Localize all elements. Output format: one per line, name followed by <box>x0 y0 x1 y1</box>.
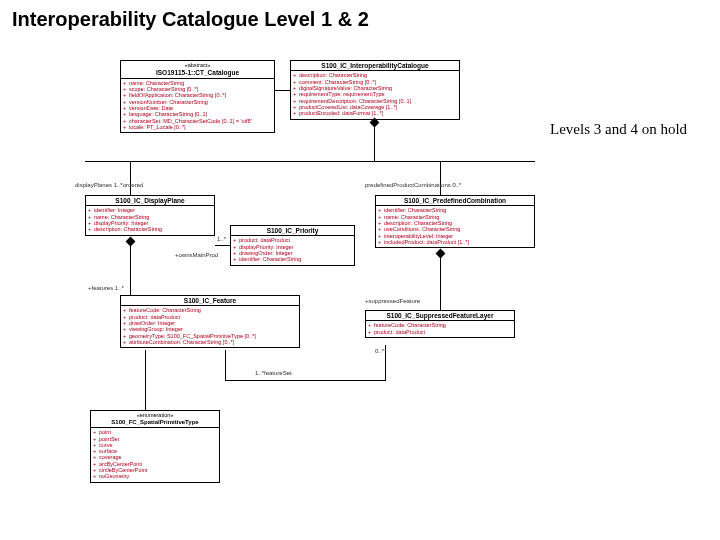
stereotype: «abstract» <box>121 61 274 68</box>
connector <box>385 345 386 381</box>
enum-list: point pointSet curve surface coverage ar… <box>91 428 219 482</box>
class-display-plane: S100_IC_DisplayPlane identifier: Integer… <box>85 195 215 236</box>
attr-list: product: dataProduct displayPriority: In… <box>231 236 354 264</box>
class-title: ISO19115-1::CT_Catalogue <box>121 68 274 78</box>
label-predefined: predefinedProductCombinations 0..* <box>365 182 461 188</box>
label-features: +features 1..* <box>88 285 124 291</box>
attr-list: featureCode: CharacterString product: da… <box>366 321 514 337</box>
class-title: S100_FC_SpatialPrimitiveType <box>91 418 219 428</box>
attr-list: featureCode: CharacterString product: da… <box>121 306 299 347</box>
label-featureset: 1..*featureSet <box>255 370 292 376</box>
connector <box>225 350 226 380</box>
page-title: Interoperability Catalogue Level 1 & 2 <box>12 8 708 31</box>
attr-list: description: CharacterString comment: Ch… <box>291 71 459 118</box>
connector <box>215 245 230 246</box>
class-title: S100_IC_InteroperabilityCatalogue <box>291 61 459 71</box>
class-title: S100_IC_Feature <box>121 296 299 306</box>
connector <box>275 90 290 91</box>
connector <box>440 257 441 310</box>
label-owns: +ownsMainProd <box>175 252 218 258</box>
attr-list: identifier: CharacterString name: Charac… <box>376 206 534 247</box>
stereotype: «enumeration» <box>91 411 219 418</box>
label-suppressed: +suppressedFeature <box>365 298 420 304</box>
connector <box>130 245 131 295</box>
class-enum: «enumeration» S100_FC_SpatialPrimitiveTy… <box>90 410 220 483</box>
connector <box>225 380 385 381</box>
label-zerostar: 0..* <box>375 348 384 354</box>
class-ct-catalogue: «abstract» ISO19115-1::CT_Catalogue name… <box>120 60 275 133</box>
connector <box>130 161 131 195</box>
class-feature: S100_IC_Feature featureCode: CharacterSt… <box>120 295 300 348</box>
class-ic: S100_IC_InteroperabilityCatalogue descri… <box>290 60 460 120</box>
connector <box>374 126 375 161</box>
attr-list: name: CharacterString scope: CharacterSt… <box>121 79 274 133</box>
label-onestar: 1..* <box>217 236 226 242</box>
class-suppressed: S100_IC_SuppressedFeatureLayer featureCo… <box>365 310 515 338</box>
class-title: S100_IC_Priority <box>231 226 354 236</box>
uml-diagram: «abstract» ISO19115-1::CT_Catalogue name… <box>85 60 535 525</box>
class-title: S100_IC_DisplayPlane <box>86 196 214 206</box>
connector <box>85 161 535 162</box>
label-displayplanes: displayPlanes 1..*ordered <box>75 182 143 188</box>
connector <box>440 161 441 195</box>
side-note: Levels 3 and 4 on hold <box>550 120 690 139</box>
class-title: S100_IC_SuppressedFeatureLayer <box>366 311 514 321</box>
class-predefined: S100_IC_PredefinedCombination identifier… <box>375 195 535 248</box>
attr-list: identifier: Integer name: CharacterStrin… <box>86 206 214 234</box>
class-title: S100_IC_PredefinedCombination <box>376 196 534 206</box>
class-priority: S100_IC_Priority product: dataProduct di… <box>230 225 355 266</box>
